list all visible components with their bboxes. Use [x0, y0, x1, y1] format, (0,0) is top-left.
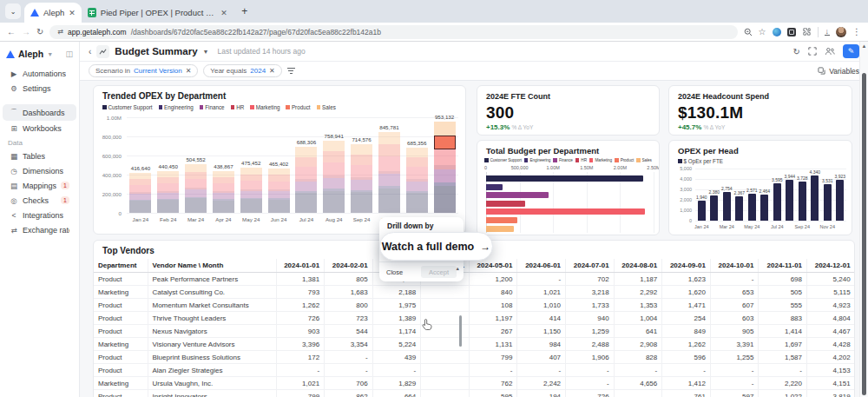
page-scrollbar[interactable]: ▲	[859, 42, 868, 397]
column-header[interactable]: Department	[94, 259, 148, 273]
table-row[interactable]: MarketingVisionary Venture Advisors3,396…	[94, 338, 855, 351]
bar-segment-hr[interactable]	[157, 191, 179, 193]
bar-segment-product[interactable]	[406, 157, 428, 167]
bar-segment-engineering[interactable]	[351, 190, 372, 192]
bar-segment-customer-support[interactable]	[268, 200, 290, 213]
bar-segment-sales[interactable]	[351, 144, 372, 155]
scrollbar-thumb[interactable]	[862, 73, 866, 395]
filter-icon[interactable]	[287, 68, 295, 74]
table-row[interactable]: ProductNexus Navigators9035441,1742671,1…	[94, 325, 855, 338]
bar-segment-marketing[interactable]	[157, 183, 179, 191]
bar-segment-engineering[interactable]	[129, 200, 151, 201]
hbar-hr[interactable]	[486, 201, 525, 207]
browser-tab-sheets[interactable]: Pied Piper | OPEX | Product - G... ✕	[82, 3, 233, 23]
bar-segment-customer-support[interactable]	[378, 189, 400, 213]
bar-segment-engineering[interactable]	[434, 182, 456, 185]
column-header[interactable]: 2024-02-01	[325, 259, 373, 273]
browser-menu-icon[interactable]: ⋮	[852, 28, 861, 36]
bar-segment-marketing[interactable]	[378, 156, 400, 171]
download-icon[interactable]: ↓	[825, 28, 831, 36]
bar-segment-customer-support[interactable]	[295, 193, 317, 213]
opex-bar[interactable]	[698, 201, 706, 221]
bar-segment-finance[interactable]	[129, 194, 151, 200]
bar-segment-product[interactable]	[240, 175, 262, 182]
variables-button[interactable]: Variables	[818, 67, 859, 76]
bar-segment-finance[interactable]	[240, 191, 262, 198]
hbar-sales[interactable]	[486, 226, 514, 232]
bar-segment-product[interactable]	[157, 177, 179, 183]
bar-segment-hr[interactable]	[323, 175, 345, 178]
bar-segment-marketing[interactable]	[406, 167, 428, 179]
tab-search-button[interactable]: ⌄	[5, 3, 21, 19]
bar-segment-sales[interactable]	[213, 171, 234, 177]
bar-segment-engineering[interactable]	[185, 197, 207, 199]
opex-bar[interactable]	[723, 192, 731, 221]
opex-bar[interactable]	[773, 183, 781, 221]
bar-segment-hr[interactable]	[406, 179, 428, 182]
extension-icon[interactable]	[787, 28, 796, 36]
column-header[interactable]: Vendor Name \ Month	[148, 259, 276, 273]
bar-segment-engineering[interactable]	[157, 199, 179, 200]
sidebar-item-exchange-rates[interactable]: ⇄Exchange rates	[3, 222, 76, 237]
bar-segment-sales[interactable]	[268, 169, 290, 175]
opex-bar[interactable]	[836, 180, 844, 221]
bar-segment-finance[interactable]	[295, 182, 317, 191]
bar-segment-marketing[interactable]	[268, 182, 290, 189]
highlighted-bar-segment[interactable]	[434, 136, 456, 149]
bar-segment-marketing[interactable]	[129, 185, 151, 192]
bar-segment-customer-support[interactable]	[323, 191, 345, 213]
bar-segment-hr[interactable]	[129, 192, 151, 194]
profile-avatar[interactable]	[836, 27, 846, 37]
collapse-sidebar-icon[interactable]: ◫	[65, 50, 73, 58]
bar-segment-customer-support[interactable]	[406, 193, 428, 213]
opex-bar[interactable]	[760, 195, 768, 221]
bar-segment-product[interactable]	[295, 157, 317, 167]
puzzle-extensions-icon[interactable]	[802, 27, 812, 36]
bar-segment-finance[interactable]	[406, 182, 428, 191]
table-row[interactable]: ProductMomentum Market Consultants1,2628…	[94, 299, 855, 312]
back-icon[interactable]: ←	[7, 28, 16, 36]
bar-segment-product[interactable]	[268, 175, 290, 182]
bar-segment-customer-support[interactable]	[157, 200, 179, 213]
table-row[interactable]: ProductBlueprint Business Solutions172-4…	[94, 351, 855, 364]
bar-segment-hr[interactable]	[268, 189, 290, 191]
bar-segment-product[interactable]	[129, 179, 151, 185]
table-row[interactable]: MarketingCatalyst Consulting Co.7931,683…	[94, 286, 855, 299]
remove-filter-icon[interactable]: ✕	[269, 67, 275, 75]
bar-segment-engineering[interactable]	[378, 186, 400, 189]
site-settings-icon[interactable]: ⇄	[57, 29, 63, 36]
bar-segment-sales[interactable]	[157, 171, 179, 177]
bar-segment-sales[interactable]	[129, 173, 151, 179]
bar-segment-finance[interactable]	[213, 193, 234, 199]
table-row[interactable]: ProductAlan Ziegler Strategies----------…	[94, 364, 855, 377]
bar-segment-customer-support[interactable]	[185, 198, 207, 213]
bar-segment-hr[interactable]	[185, 188, 207, 189]
scroll-up-icon[interactable]: ▲	[456, 266, 460, 271]
close-button[interactable]: Close	[386, 268, 403, 276]
table-row[interactable]: ProductInsight Innovators799862664595194…	[94, 390, 855, 397]
bar-segment-marketing[interactable]	[295, 167, 317, 179]
bar-segment-product[interactable]	[185, 172, 207, 179]
bar-segment-engineering[interactable]	[295, 191, 317, 193]
bar-segment-engineering[interactable]	[240, 198, 262, 200]
bar-segment-hr[interactable]	[351, 177, 372, 180]
opex-bar[interactable]	[735, 196, 743, 221]
column-header[interactable]: 2024-07-01	[566, 259, 615, 273]
bar-segment-sales[interactable]	[323, 141, 345, 152]
bar-segment-finance[interactable]	[323, 178, 345, 189]
bar-segment-hr[interactable]	[240, 189, 262, 191]
scroll-up-icon[interactable]: ▲	[860, 42, 868, 49]
accept-button[interactable]: Accept	[421, 266, 457, 278]
column-header[interactable]: 2024-12-01	[807, 259, 855, 273]
hbar-customer-support[interactable]	[486, 175, 643, 182]
column-header[interactable]: 2024-01-01	[276, 259, 325, 273]
refresh-icon[interactable]: ↻	[793, 47, 800, 56]
bar-segment-sales[interactable]	[406, 148, 428, 157]
filter-chip[interactable]: Scenario inCurrent Version✕	[89, 64, 198, 77]
new-tab-button[interactable]: +	[237, 3, 253, 19]
zoom-icon[interactable]	[744, 28, 753, 36]
bar-segment-marketing[interactable]	[351, 165, 372, 177]
bar-segment-engineering[interactable]	[406, 191, 428, 193]
bar-segment-marketing[interactable]	[185, 179, 207, 188]
opex-bar[interactable]	[748, 194, 756, 221]
